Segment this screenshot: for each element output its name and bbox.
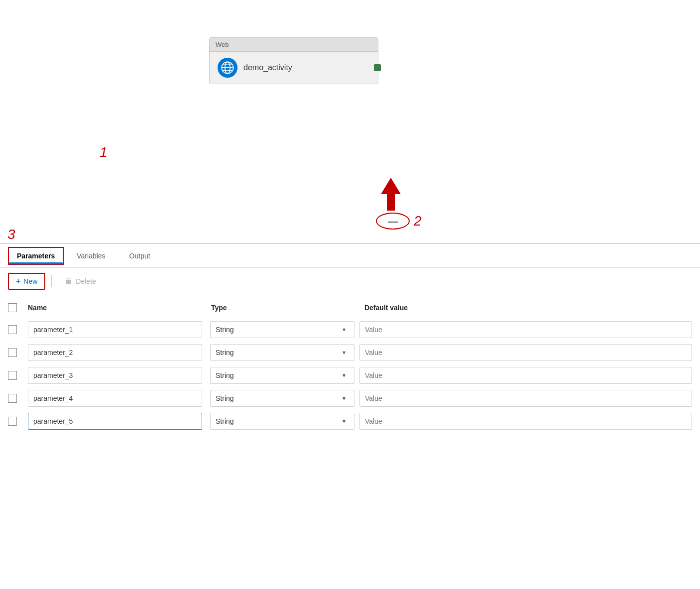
annotation-label-3: 3 (7, 227, 15, 242)
header-name-cell: Name (28, 303, 207, 312)
tabs-row: Parameters Variables Output (0, 244, 700, 268)
new-button-label: New (23, 277, 37, 285)
tab-parameters[interactable]: Parameters (8, 247, 64, 265)
delete-button[interactable]: 🗑 Delete (58, 274, 103, 289)
row4-check-cell (8, 394, 28, 403)
row5-type-cell: String Int Float Bool ▾ (206, 413, 355, 430)
activity-node-header: Web (210, 38, 378, 52)
tab-output-label: Output (129, 252, 150, 260)
activity-status-dot (374, 64, 381, 71)
canvas-area: Web demo_activity 1 (0, 0, 700, 244)
row3-type-select[interactable]: String Int Float Bool (210, 367, 354, 384)
row1-check-cell (8, 325, 28, 334)
row3-type-cell: String Int Float Bool ▾ (206, 367, 355, 384)
table-row: String Int Float Bool ▾ (8, 318, 692, 341)
row5-default-input[interactable] (359, 413, 692, 430)
tab-variables-label: Variables (77, 252, 105, 260)
table-row: String Int Float Bool ▾ (8, 364, 692, 387)
row4-name-input[interactable] (28, 390, 202, 407)
table-row: String Int Float Bool ▾ (8, 410, 692, 433)
row2-type-cell: String Int Float Bool ▾ (206, 344, 355, 361)
row5-type-select[interactable]: String Int Float Bool (210, 413, 354, 430)
tab-parameters-label: Parameters (17, 252, 55, 260)
row3-checkbox[interactable] (8, 371, 17, 380)
delete-button-label: Delete (76, 277, 96, 285)
row4-default-input[interactable] (359, 390, 692, 407)
row4-checkbox[interactable] (8, 394, 17, 403)
row4-type-cell: String Int Float Bool ▾ (206, 390, 355, 407)
row1-type-cell: String Int Float Bool ▾ (206, 321, 355, 338)
row1-name-input[interactable] (28, 321, 202, 338)
params-table: Name Type Default value String Int Float (0, 295, 700, 437)
trash-icon: 🗑 (65, 277, 73, 286)
table-row: String Int Float Bool ▾ (8, 387, 692, 410)
annotation-label-2: 2 (414, 213, 422, 229)
plus-icon: + (16, 277, 20, 286)
row3-name-input[interactable] (28, 367, 202, 384)
header-default-cell: Default value (364, 303, 692, 312)
row1-default-input[interactable] (359, 321, 692, 338)
table-header-row: Name Type Default value (8, 299, 692, 316)
annotation-arrow-up (376, 177, 406, 212)
tab-variables[interactable]: Variables (66, 245, 116, 267)
row5-type-dropdown-wrapper: String Int Float Bool ▾ (206, 413, 350, 430)
row2-type-select[interactable]: String Int Float Bool (210, 344, 354, 361)
header-check-cell (8, 303, 28, 312)
row3-default-input[interactable] (359, 367, 692, 384)
row2-name-input[interactable] (28, 344, 202, 361)
row5-check-cell (8, 417, 28, 426)
row1-type-select[interactable]: String Int Float Bool (210, 321, 354, 338)
col-type-header: Type (211, 304, 227, 312)
row2-type-dropdown-wrapper: String Int Float Bool ▾ (206, 344, 350, 361)
col-default-header: Default value (364, 304, 408, 312)
canvas-divider (0, 243, 700, 243)
annotation-2-group: — 2 (376, 177, 406, 214)
circle-minus-symbol: — (388, 216, 398, 227)
tab-output[interactable]: Output (118, 245, 161, 267)
row5-name-input[interactable] (28, 413, 202, 430)
table-row: String Int Float Bool ▾ (8, 341, 692, 364)
globe-icon (218, 58, 237, 78)
annotation-circle: — (376, 213, 410, 230)
bottom-panel: Parameters Variables Output + New 🗑 Dele… (0, 244, 700, 589)
row1-type-dropdown-wrapper: String Int Float Bool ▾ (206, 321, 350, 338)
row1-checkbox[interactable] (8, 325, 17, 334)
row4-type-select[interactable]: String Int Float Bool (210, 390, 354, 407)
row3-check-cell (8, 371, 28, 380)
annotation-label-1: 1 (100, 144, 108, 160)
row3-type-dropdown-wrapper: String Int Float Bool ▾ (206, 367, 350, 384)
row5-checkbox[interactable] (8, 417, 17, 426)
activity-node[interactable]: Web demo_activity (209, 37, 378, 84)
toolbar-separator (51, 275, 52, 287)
row2-default-input[interactable] (359, 344, 692, 361)
row4-type-dropdown-wrapper: String Int Float Bool ▾ (206, 390, 350, 407)
new-button[interactable]: + New (8, 273, 45, 290)
col-name-header: Name (28, 304, 47, 312)
row2-checkbox[interactable] (8, 348, 17, 357)
toolbar: + New 🗑 Delete (0, 268, 700, 295)
header-type-cell: Type (211, 303, 360, 312)
activity-name-label: demo_activity (243, 63, 292, 72)
activity-type-label: Web (216, 41, 229, 48)
svg-marker-5 (381, 178, 401, 211)
row2-check-cell (8, 348, 28, 357)
select-all-checkbox[interactable] (8, 303, 17, 312)
